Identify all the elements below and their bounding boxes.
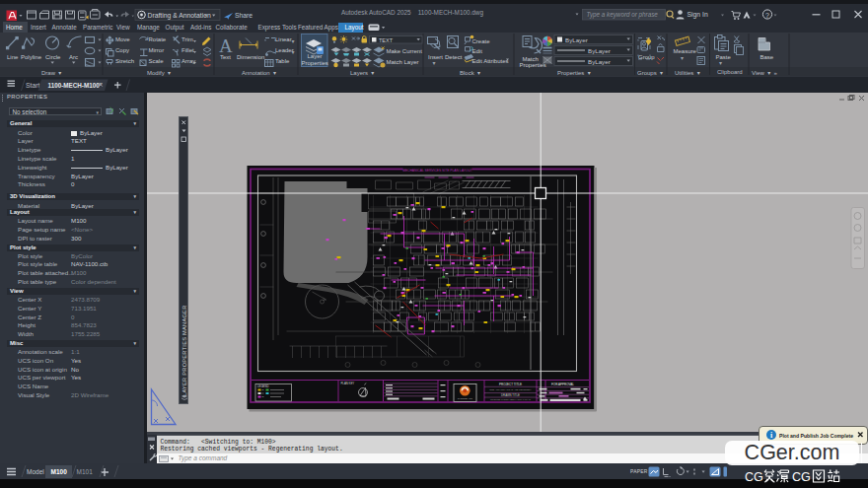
svg-text:Sign In: Sign In [687, 11, 708, 19]
svg-text:Autodesk AutoCAD 2025 1100-: Autodesk AutoCAD 2025 1100-MECH-M100.dwg [341, 9, 484, 17]
svg-text:Edit: Edit [472, 48, 483, 54]
svg-text:ONE ANTHONY ROAD AND CEMETERY: ONE ANTHONY ROAD AND CEMETERY [489, 388, 532, 390]
svg-text:Start: Start [26, 81, 39, 88]
svg-text:Drafting & Annotation: Drafting & Annotation [148, 12, 211, 20]
svg-text:Make Current: Make Current [387, 48, 423, 54]
svg-text:MECHANICAL SERVICES SITE PLAN: MECHANICAL SERVICES SITE PLAN LAYOUT [402, 169, 472, 173]
svg-text:ByLayer: ByLayer [588, 58, 611, 65]
svg-text:A: A [219, 35, 233, 56]
svg-text:FOR APPROVAL: FOR APPROVAL [551, 383, 574, 386]
svg-text:Type a keyword or phrase: Type a keyword or phrase [587, 11, 659, 19]
svg-text:DRAWN TITLE: DRAWN TITLE [501, 393, 520, 397]
svg-text:Plot and Publish Job Complete: Plot and Publish Job Complete [779, 432, 853, 438]
svg-text:LEGEND: LEGEND [257, 384, 269, 388]
svg-text:CG: CG [792, 469, 811, 483]
svg-text:Create: Create [472, 38, 491, 44]
svg-text:Match Layer: Match Layer [387, 59, 419, 65]
svg-text:Edit Attributes: Edit Attributes [472, 58, 509, 64]
svg-text:TEXT: TEXT [379, 37, 394, 43]
svg-text:GROUND FLOOR MECHANICAL PLAN: GROUND FLOOR MECHANICAL PLAN [489, 398, 530, 400]
svg-text:ByLayer: ByLayer [565, 36, 588, 43]
svg-text:CG: CG [745, 469, 763, 483]
svg-text:Share: Share [235, 12, 253, 19]
svg-text:ByLayer: ByLayer [588, 47, 611, 54]
svg-text:LAYER PROPERTIES MANAGER: LAYER PROPERTIES MANAGER [181, 306, 187, 396]
svg-text:CHORLEY CC: CHORLEY CC [457, 397, 471, 399]
svg-text:1100-MECH-M100*: 1100-MECH-M100* [48, 81, 103, 88]
svg-text:PLAN KEY: PLAN KEY [340, 382, 354, 385]
svg-text:?: ? [765, 12, 769, 19]
svg-text:PROJECT TITLE: PROJECT TITLE [499, 383, 522, 386]
